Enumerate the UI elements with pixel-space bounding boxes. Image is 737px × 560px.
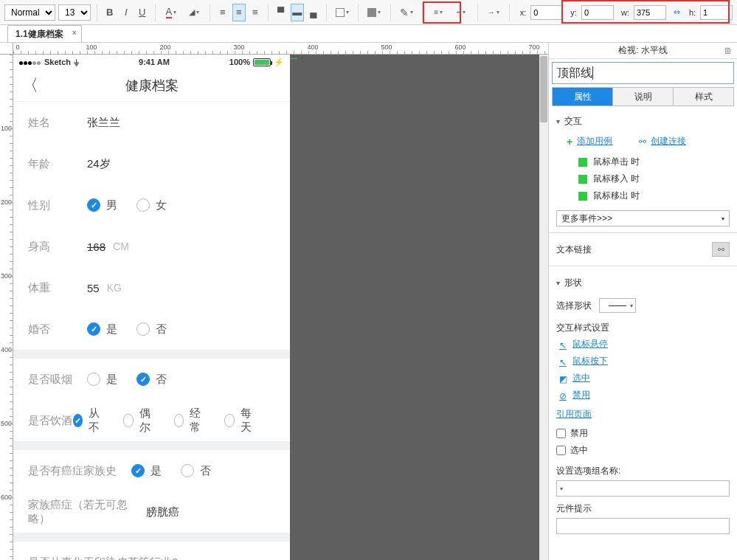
event-mouseout[interactable]: 鼠标移出 时: [556, 187, 730, 204]
valign-bot-button[interactable]: ▄: [307, 4, 320, 21]
ix-selected-link[interactable]: ◩选中: [556, 370, 730, 387]
note-icon[interactable]: 🗎: [724, 46, 733, 56]
cursor-icon: ↖: [559, 340, 568, 349]
line-width-button[interactable]: ≡▾: [429, 4, 449, 21]
row-name: 姓名 张兰兰: [13, 102, 290, 143]
text-color-button[interactable]: A▾: [162, 4, 181, 21]
close-icon[interactable]: ×: [72, 29, 77, 37]
section-interactions[interactable]: ▾交互: [556, 111, 730, 132]
tab-styles[interactable]: 样式: [674, 88, 733, 106]
fill-color-button[interactable]: ▾: [332, 4, 352, 21]
time-label: 9:41 AM: [139, 58, 170, 66]
align-center-button[interactable]: ≡: [232, 4, 246, 21]
mobile-mockup: Sketch ⏚ 9:41 AM 100% ⚡ 〈 健康档案: [13, 55, 290, 556]
text-link-button[interactable]: ⚯: [712, 242, 730, 257]
back-icon[interactable]: 〈: [22, 75, 38, 97]
more-events-select[interactable]: 更多事件>>>▾: [556, 210, 730, 227]
coord-w-input[interactable]: [634, 5, 666, 20]
tab-properties[interactable]: 属性: [553, 88, 613, 106]
font-size-select[interactable]: 13: [58, 4, 91, 21]
document-tab[interactable]: 1.1健康档案 ×: [7, 25, 82, 42]
canvas-area[interactable]: 0 100 200 300 400 500 600 700 100 200 30…: [0, 43, 548, 560]
battery-icon: [253, 58, 271, 66]
coord-w-label: w:: [621, 8, 629, 17]
shape-label: 选择形状: [556, 300, 592, 312]
create-link-link[interactable]: 创建连接: [651, 135, 686, 148]
radio-married-no[interactable]: 否: [136, 322, 167, 336]
ruler-vertical[interactable]: 100 200 300 400 500 600: [0, 55, 13, 560]
coord-h-input[interactable]: [700, 5, 733, 20]
ix-disabled-link[interactable]: ⊘禁用: [556, 387, 730, 404]
row-married: 婚否 是 否: [13, 308, 290, 350]
bold-button[interactable]: B: [103, 4, 117, 21]
radio-female[interactable]: 女: [136, 198, 167, 212]
event-click[interactable]: 鼠标单击 时: [556, 153, 730, 170]
coord-y-input[interactable]: [581, 5, 614, 20]
coord-y-label: y:: [570, 8, 577, 17]
inspector-title: 检视: 水平线 🗎: [549, 43, 737, 59]
valign-mid-button[interactable]: ▬: [291, 4, 304, 21]
ruler-horizontal[interactable]: 0 100 200 300 400 500 600 700: [13, 43, 548, 55]
radio-smoke-no[interactable]: 否: [136, 373, 167, 387]
text-link-label: 文本链接: [556, 243, 592, 256]
select-icon: ◩: [559, 374, 568, 383]
tooltip-input[interactable]: [556, 518, 730, 534]
radio-smoke-yes[interactable]: 是: [87, 373, 117, 387]
selected-checkbox[interactable]: [556, 446, 566, 455]
shape-select[interactable]: [599, 298, 636, 313]
charging-icon: ⚡: [274, 58, 284, 67]
row-cancer-detail: 家族癌症（若无可忽略） 膀胱癌: [13, 491, 290, 533]
disable-icon: ⊘: [559, 391, 568, 400]
ix-hover-link[interactable]: ↖鼠标悬停: [556, 336, 730, 353]
add-case-link[interactable]: 添加用例: [577, 135, 612, 148]
widget-name-input[interactable]: 顶部线: [552, 62, 734, 84]
signal-icon: [19, 58, 41, 66]
row-height: 身高 168 CM: [13, 226, 290, 267]
align-left-button[interactable]: ≡: [216, 4, 229, 21]
tab-label: 1.1健康档案: [15, 28, 63, 41]
scrollbar-vertical[interactable]: [539, 55, 548, 560]
coord-x-label: x:: [520, 8, 527, 17]
link-icon: ⚯: [639, 136, 646, 147]
valign-top-button[interactable]: ▀: [274, 4, 288, 21]
cursor-icon: ↖: [559, 357, 568, 366]
style-select[interactable]: Normal: [4, 4, 55, 21]
radio-drink-never[interactable]: 从不: [73, 407, 105, 435]
ix-style-header: 交互样式设置: [556, 317, 730, 336]
status-bar: Sketch ⏚ 9:41 AM 100% ⚡: [13, 55, 290, 69]
radio-married-yes[interactable]: 是: [87, 322, 117, 336]
coord-x-input[interactable]: [530, 5, 563, 20]
radio-drink-occ[interactable]: 偶尔: [123, 407, 155, 435]
radio-cancer-no[interactable]: 否: [181, 464, 211, 478]
radio-drink-daily[interactable]: 每天: [224, 407, 256, 435]
inspector-tabs: 属性 说明 样式: [552, 87, 734, 106]
line-tool-button[interactable]: ✎▾: [396, 4, 416, 21]
reference-page-link[interactable]: 引用页面: [556, 404, 730, 425]
tab-notes[interactable]: 说明: [613, 88, 674, 106]
event-mouseover[interactable]: 鼠标移入 时: [556, 170, 730, 187]
italic-button[interactable]: I: [120, 4, 133, 21]
canvas-viewport[interactable]: Sketch ⏚ 9:41 AM 100% ⚡ 〈 健康档案: [13, 55, 548, 560]
inspector-panel: 检视: 水平线 🗎 顶部线 属性 说明 样式 ▾交互 + 添加用例 ⚯ 创建连接…: [548, 43, 737, 560]
row-weight: 体重 55 KG: [13, 267, 290, 308]
radio-male[interactable]: 男: [87, 198, 117, 212]
disabled-checkbox[interactable]: [556, 429, 566, 438]
underline-button[interactable]: U: [136, 4, 149, 21]
radio-cancer-yes[interactable]: 是: [131, 464, 162, 478]
highlight-button[interactable]: ◢▾: [184, 4, 204, 21]
option-group-select[interactable]: [556, 480, 730, 497]
line-style-button[interactable]: ┅▾: [451, 4, 471, 21]
arrow-style-button[interactable]: →▾: [483, 4, 503, 21]
row-age: 年龄 24岁: [13, 143, 290, 184]
row-smoke: 是否吸烟 是 否: [13, 359, 290, 400]
opacity-button[interactable]: ▾: [364, 4, 384, 21]
ix-mousedown-link[interactable]: ↖鼠标按下: [556, 353, 730, 370]
lock-aspect-icon[interactable]: ⇔: [674, 7, 680, 17]
ruler-corner: [0, 43, 13, 55]
align-right-button[interactable]: ≡: [249, 4, 262, 21]
radio-drink-often[interactable]: 经常: [174, 407, 206, 435]
page-title: 健康档案: [125, 77, 179, 94]
option-group-label: 设置选项组名称:: [556, 459, 730, 480]
section-shape[interactable]: ▾形状: [556, 272, 730, 294]
document-tabbar: 1.1健康档案 ×: [0, 25, 737, 43]
